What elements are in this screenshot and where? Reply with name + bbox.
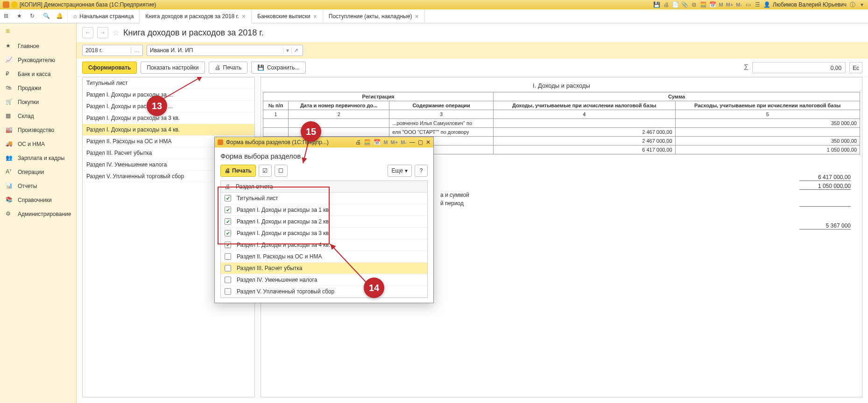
checkbox[interactable]: [225, 207, 231, 213]
org-open-icon[interactable]: ↗: [291, 47, 300, 54]
favorite-icon[interactable]: ★: [17, 13, 24, 20]
dialog-calc-icon[interactable]: 🧮: [364, 139, 371, 146]
sidebar-item[interactable]: ★Главное: [0, 39, 76, 53]
forward-button[interactable]: →: [97, 27, 108, 38]
compare-icon[interactable]: ⧉: [691, 1, 698, 8]
calendar-icon[interactable]: 📅: [710, 1, 716, 8]
sidebar-collapse-icon[interactable]: ≡: [0, 23, 76, 39]
sidebar-item[interactable]: 👥Зарплата и кадры: [0, 151, 76, 165]
dialog-min-icon[interactable]: —: [409, 139, 415, 146]
navlist-row[interactable]: Раздел I. Доходы и расходы за 3 кв.: [83, 112, 254, 124]
info-icon[interactable]: ⓘ: [849, 1, 856, 8]
save-icon[interactable]: 💾: [654, 1, 660, 8]
m-plus-button[interactable]: M+: [726, 2, 734, 7]
dialog-section-row[interactable]: Раздел I. Доходы и расходы за 4 кв.: [221, 239, 427, 251]
window-icon[interactable]: ▭: [745, 1, 751, 8]
search-icon[interactable]: 🔍: [43, 13, 50, 20]
dropdown-icon[interactable]: ▾: [859, 1, 865, 8]
sidebar-item[interactable]: ⚙Администрирование: [0, 207, 76, 221]
checkbox[interactable]: [225, 253, 231, 260]
app-dropdown-icon[interactable]: [11, 1, 18, 8]
org-dropdown-icon[interactable]: ▾: [283, 47, 291, 54]
checkbox[interactable]: [225, 230, 231, 236]
checkbox[interactable]: [225, 218, 231, 225]
period-field[interactable]: 2018 г. …: [82, 45, 143, 56]
tab[interactable]: Поступление (акты, накладные)×: [323, 9, 425, 23]
history-icon[interactable]: ↻: [30, 13, 37, 20]
checkbox[interactable]: [225, 242, 231, 248]
list-icon[interactable]: ☰: [754, 1, 761, 8]
tab-close-icon[interactable]: ×: [313, 13, 317, 20]
dialog-help-button[interactable]: ?: [415, 165, 428, 177]
checkbox[interactable]: [225, 288, 231, 295]
dialog-check-all-button[interactable]: ☑: [259, 165, 272, 177]
tab[interactable]: ⌂Начальная страница: [68, 9, 140, 23]
clip-icon[interactable]: 📎: [682, 1, 688, 8]
dialog-max-icon[interactable]: ▢: [418, 139, 423, 146]
m-button[interactable]: M: [719, 2, 723, 7]
dialog-m[interactable]: M: [383, 139, 388, 145]
dialog-section-row[interactable]: Раздел I. Доходы и расходы за 1 кв.: [221, 204, 427, 216]
organization-input[interactable]: [150, 47, 283, 54]
print-icon[interactable]: 🖨: [663, 1, 670, 8]
dialog-cal-icon[interactable]: 📅: [374, 139, 381, 146]
checkbox[interactable]: [225, 277, 231, 283]
save-button[interactable]: 💾Сохранить...: [251, 62, 306, 74]
tab[interactable]: Книга доходов и расходов за 2018 г.×: [140, 10, 252, 23]
dialog-titlebar[interactable]: Форма выбора разделов (1С:Предпр...) 🖨 🧮…: [215, 137, 433, 147]
sidebar-item[interactable]: 📈Руководителю: [0, 53, 76, 67]
dialog-section-row[interactable]: Раздел IV. Уменьшение налога: [221, 274, 427, 286]
sidebar-item[interactable]: 🛒Покупки: [0, 95, 76, 109]
report-row: еля "ООО "СТАРТ"" по договору2 467 000,0…: [263, 128, 860, 137]
print-button[interactable]: 🖨Печать: [209, 62, 247, 74]
dialog-section-label: Титульный лист: [237, 195, 278, 202]
period-picker-icon[interactable]: …: [131, 47, 140, 54]
sidebar-item[interactable]: 📚Справочники: [0, 193, 76, 207]
sidebar-item[interactable]: ▦Склад: [0, 109, 76, 123]
sidebar-item[interactable]: 🛍Продажи: [0, 81, 76, 95]
dialog-section-row[interactable]: Титульный лист: [221, 193, 427, 204]
callout-13: 13: [147, 96, 167, 116]
favorite-toggle-icon[interactable]: ☆: [112, 28, 120, 38]
tab[interactable]: Банковские выписки×: [252, 9, 323, 23]
dialog-section-row[interactable]: Раздел V. Уплаченный торговый сбор: [221, 286, 427, 298]
dialog-close-icon[interactable]: ✕: [426, 139, 430, 146]
truck-icon: 🚚: [6, 140, 13, 148]
dialog-section-row[interactable]: Раздел I. Доходы и расходы за 2 кв.: [221, 216, 427, 228]
form-button[interactable]: Сформировать: [82, 62, 137, 74]
organization-field[interactable]: ▾ ↗: [147, 45, 303, 56]
sidebar-item-label: ОС и НМА: [18, 141, 45, 147]
dialog-section-row[interactable]: Раздел III. Расчет убытка: [221, 263, 427, 274]
calc-icon[interactable]: 🧮: [700, 1, 707, 8]
dialog-print-button[interactable]: 🖨Печать: [220, 165, 256, 177]
navlist-row[interactable]: Титульный лист: [83, 77, 254, 89]
show-settings-button[interactable]: Показать настройки: [141, 62, 205, 74]
navlist-row[interactable]: Раздел I. Доходы и расходы за ...: [83, 89, 254, 101]
sidebar-item-label: Покупки: [18, 99, 39, 105]
doc-icon[interactable]: 📄: [672, 1, 679, 8]
dialog-m-plus[interactable]: M+: [391, 139, 398, 145]
navlist-row[interactable]: Раздел I. Доходы и расходы за 4 кв.: [83, 124, 254, 136]
dialog-print-icon[interactable]: 🖨: [355, 139, 361, 146]
m-minus-button[interactable]: M-: [736, 2, 742, 7]
dialog-more-button[interactable]: Еще ▾: [388, 165, 412, 177]
dialog-section-row[interactable]: Раздел II. Расходы на ОС и НМА: [221, 251, 427, 263]
tab-close-icon[interactable]: ×: [242, 13, 246, 20]
th-sum: Сумма: [493, 92, 860, 101]
apps-icon[interactable]: ⊞: [4, 13, 11, 20]
sidebar-item[interactable]: 🚚ОС и НМА: [0, 137, 76, 151]
dialog-section-row[interactable]: Раздел I. Доходы и расходы за 3 кв.: [221, 228, 427, 239]
back-button[interactable]: ←: [82, 27, 93, 38]
checkbox[interactable]: [225, 265, 231, 271]
sidebar-item[interactable]: 📊Отчеты: [0, 179, 76, 193]
dialog-m-minus[interactable]: M-: [401, 139, 407, 145]
sidebar-item[interactable]: AᵀОперации: [0, 165, 76, 179]
tab-close-icon[interactable]: ×: [415, 13, 418, 20]
sidebar-item[interactable]: 🏭Производство: [0, 123, 76, 137]
eu-button[interactable]: Ес: [849, 62, 862, 73]
navlist-row[interactable]: Раздел I. Доходы и расходы за ...: [83, 101, 254, 112]
dialog-uncheck-all-button[interactable]: ☐: [275, 165, 288, 177]
bell-icon[interactable]: 🔔: [56, 13, 64, 20]
checkbox[interactable]: [225, 195, 231, 202]
sidebar-item[interactable]: ₽Банк и касса: [0, 67, 76, 81]
